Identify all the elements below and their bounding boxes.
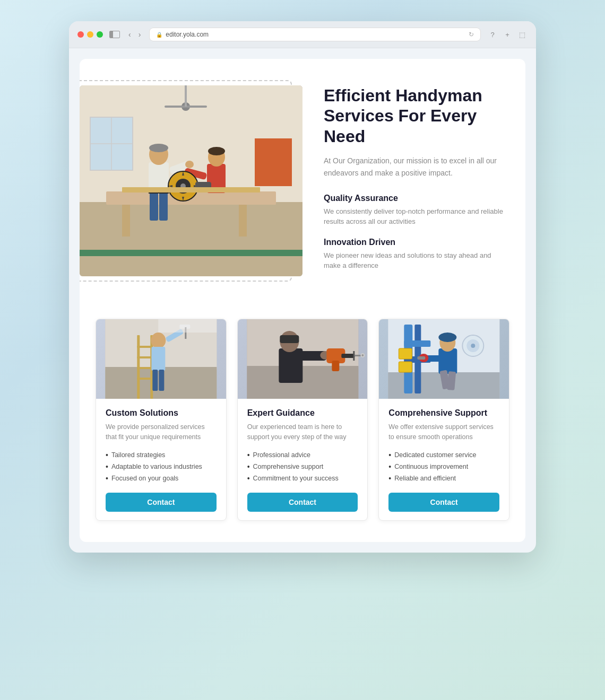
svg-rect-40 — [137, 346, 153, 348]
add-tab-button[interactable]: + — [502, 29, 513, 40]
svg-rect-33 — [255, 138, 292, 186]
svg-rect-10 — [122, 205, 130, 237]
svg-point-14 — [149, 144, 168, 152]
hero-subtitle: At Our Organization, our mission is to e… — [324, 155, 504, 179]
card-2-contact-button[interactable]: Contact — [247, 493, 358, 512]
hero-text: Efficient Handyman Services For Every Ne… — [324, 80, 504, 282]
svg-rect-72 — [404, 340, 431, 347]
hero-image-container — [80, 85, 302, 276]
list-item: Focused on your goals — [106, 472, 217, 484]
svg-rect-46 — [152, 370, 158, 391]
card-3-image — [379, 319, 509, 399]
card-1-title: Custom Solutions — [106, 408, 217, 418]
minimize-button[interactable] — [87, 31, 93, 38]
browser-window: ‹ › 🔒 editor.yola.com ↻ ? + ⬚ — [69, 21, 536, 553]
card-3-contact-button[interactable]: Contact — [388, 493, 499, 512]
card-2-image — [238, 319, 368, 399]
svg-rect-75 — [399, 362, 412, 372]
hero-title: Efficient Handyman Services For Every Ne… — [324, 85, 504, 146]
svg-rect-55 — [279, 348, 302, 383]
lock-icon: 🔒 — [156, 32, 162, 38]
svg-point-44 — [151, 332, 166, 348]
url-text: editor.yola.com — [166, 31, 209, 38]
svg-point-78 — [439, 332, 457, 342]
browser-actions: ? + ⬚ — [487, 29, 528, 40]
extensions-button[interactable]: ⬚ — [517, 29, 528, 40]
svg-rect-43 — [137, 378, 153, 380]
list-item: Tailored strategies — [106, 449, 217, 461]
svg-rect-62 — [353, 351, 355, 361]
svg-rect-64 — [332, 361, 339, 371]
back-button[interactable]: ‹ — [126, 29, 133, 40]
maximize-button[interactable] — [97, 31, 103, 38]
card-2-desc: Our experienced team is here to support … — [247, 422, 358, 442]
card-comprehensive-support: Comprehensive Support We offer extensive… — [378, 319, 509, 521]
svg-rect-42 — [137, 367, 153, 369]
svg-rect-51 — [158, 319, 217, 332]
browser-nav: ‹ › — [126, 29, 143, 40]
card-2-list: Professional advice Comprehensive suppor… — [247, 449, 358, 484]
reload-icon[interactable]: ↻ — [469, 31, 474, 38]
hero-section: Efficient Handyman Services For Every Ne… — [80, 59, 525, 303]
close-button[interactable] — [77, 31, 84, 38]
list-item: Professional advice — [247, 449, 358, 461]
hero-image — [80, 85, 302, 276]
svg-point-19 — [185, 161, 194, 168]
svg-rect-61 — [341, 354, 355, 358]
list-item: Adaptable to various industries — [106, 461, 217, 472]
card-3-body: Comprehensive Support We offer extensive… — [379, 399, 509, 521]
svg-rect-83 — [418, 356, 426, 360]
forward-button[interactable]: › — [136, 29, 143, 40]
feature-innovation-title: Innovation Driven — [324, 238, 504, 247]
feature-quality: Quality Assurance We consistently delive… — [324, 194, 504, 227]
traffic-lights — [77, 31, 103, 38]
svg-rect-45 — [151, 347, 165, 371]
list-item: Dedicated customer service — [388, 449, 499, 461]
cards-grid: Custom Solutions We provide personalized… — [96, 319, 509, 521]
card-1-list: Tailored strategies Adaptable to various… — [106, 449, 217, 484]
browser-chrome: ‹ › 🔒 editor.yola.com ↻ ? + ⬚ — [69, 21, 536, 48]
list-item: Continuous improvement — [388, 461, 499, 472]
cards-section: Custom Solutions We provide personalized… — [80, 303, 525, 521]
svg-rect-57 — [280, 335, 299, 343]
sidebar-toggle-button[interactable] — [109, 31, 120, 38]
card-3-title: Comprehensive Support — [388, 408, 499, 418]
svg-point-22 — [208, 147, 225, 155]
svg-point-66 — [361, 354, 364, 356]
url-bar[interactable]: 🔒 editor.yola.com ↻ — [149, 28, 481, 41]
card-2-body: Expert Guidance Our experienced team is … — [238, 399, 368, 521]
list-item: Commitment to your success — [247, 472, 358, 484]
card-2-title: Expert Guidance — [247, 408, 358, 418]
svg-rect-74 — [399, 348, 412, 359]
list-item: Comprehensive support — [247, 461, 358, 472]
svg-rect-11 — [239, 205, 247, 237]
svg-rect-5 — [185, 85, 187, 107]
svg-rect-47 — [159, 370, 164, 391]
feature-innovation: Innovation Driven We pioneer new ideas a… — [324, 238, 504, 271]
card-3-list: Dedicated customer service Continuous im… — [388, 449, 499, 484]
card-1-body: Custom Solutions We provide personalized… — [96, 399, 226, 521]
svg-rect-2 — [80, 202, 302, 276]
page-content: Efficient Handyman Services For Every Ne… — [80, 59, 525, 542]
card-custom-solutions: Custom Solutions We provide personalized… — [96, 319, 227, 521]
card-1-contact-button[interactable]: Contact — [106, 493, 217, 512]
svg-rect-16 — [159, 191, 168, 221]
svg-rect-41 — [137, 356, 153, 358]
question-button[interactable]: ? — [487, 29, 498, 40]
card-3-desc: We offer extensive support services to e… — [388, 422, 499, 442]
svg-rect-76 — [439, 348, 457, 374]
svg-rect-34 — [80, 250, 302, 256]
feature-quality-desc: We consistently deliver top-notch perfor… — [324, 206, 504, 227]
svg-rect-15 — [150, 191, 158, 221]
feature-innovation-desc: We pioneer new ideas and solutions to st… — [324, 250, 504, 271]
card-1-image — [96, 319, 226, 399]
list-item: Reliable and efficient — [388, 472, 499, 484]
svg-rect-32 — [122, 187, 260, 192]
feature-quality-title: Quality Assurance — [324, 194, 504, 203]
card-expert-guidance: Expert Guidance Our experienced team is … — [237, 319, 368, 521]
svg-point-86 — [471, 344, 476, 348]
card-1-desc: We provide personalized services that fi… — [106, 422, 217, 442]
